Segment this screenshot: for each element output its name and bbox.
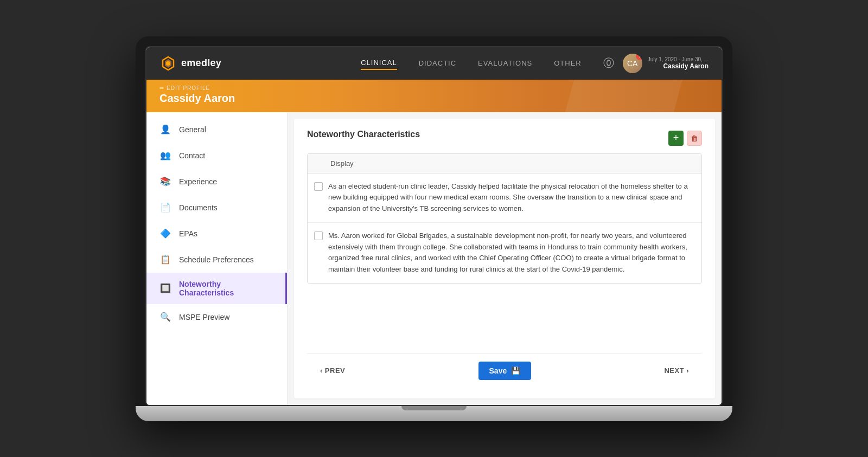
profile-name: Cassidy Aaron (159, 92, 709, 105)
content-area: 👤 General 👥 Contact 📚 Experience 📄 Docum… (146, 112, 722, 405)
laptop-bottom-bezel (136, 406, 732, 421)
sidebar-item-general[interactable]: 👤 General (146, 117, 287, 143)
table-row: Ms. Aaron worked for Global Brigades, a … (308, 223, 701, 283)
nav-clinical[interactable]: CLINICAL (361, 56, 397, 70)
sidebar-item-label-schedule: Schedule Preferences (179, 255, 254, 264)
next-chevron-icon: › (686, 366, 689, 375)
epas-icon: 🔷 (159, 228, 171, 240)
schedule-icon: 📋 (159, 254, 171, 266)
top-navigation: emedley CLINICAL DIDACTIC EVALUATIONS OT… (146, 47, 722, 80)
sidebar: 👤 General 👥 Contact 📚 Experience 📄 Docum… (146, 112, 288, 405)
experience-icon: 📚 (159, 176, 171, 188)
edit-profile-label[interactable]: ✏ EDIT PROFILE (159, 85, 709, 91)
footer-navigation: ‹ PREV Save 💾 NEXT › (307, 353, 702, 388)
sidebar-item-label-contact: Contact (179, 151, 205, 160)
row-checkbox-1[interactable] (314, 182, 323, 191)
mspe-icon: 🔍 (159, 311, 171, 323)
save-icon: 💾 (511, 366, 520, 375)
row-text-1: As an elected student-run clinic leader,… (328, 181, 695, 215)
sidebar-item-mspe[interactable]: 🔍 MSPE Preview (146, 304, 287, 330)
sidebar-item-label-epas: EPAs (179, 229, 197, 238)
user-info: July 1, 2020 - June 30, ... Cassidy Aaro… (648, 56, 709, 70)
logo-text: emedley (181, 57, 221, 69)
help-icon[interactable]: ⓪ (603, 56, 614, 70)
general-icon: 👤 (159, 124, 171, 136)
contact-icon: 👥 (159, 150, 171, 162)
nav-links: CLINICAL DIDACTIC EVALUATIONS OTHER (361, 56, 582, 70)
sidebar-item-schedule-preferences[interactable]: 📋 Schedule Preferences (146, 247, 287, 273)
save-button[interactable]: Save 💾 (478, 362, 532, 380)
sidebar-item-epas[interactable]: 🔷 EPAs (146, 221, 287, 247)
avatar: CA 7 (623, 54, 642, 73)
nav-right: ⓪ CA 7 July 1, 2020 - June 30, ... Cassi… (603, 54, 709, 73)
noteworthy-icon: 🔲 (159, 282, 171, 294)
section-header: Noteworthy Characteristics + 🗑 (307, 130, 702, 147)
sidebar-item-contact[interactable]: 👥 Contact (146, 143, 287, 169)
table-row: As an elected student-run clinic leader,… (308, 173, 701, 223)
prev-button[interactable]: ‹ PREV (320, 366, 345, 375)
table-header-row: Display (308, 154, 701, 173)
main-content-panel: Noteworthy Characteristics + 🗑 Display A… (294, 119, 715, 398)
nav-evaluations[interactable]: EVALUATIONS (478, 57, 532, 69)
emedley-logo-icon (159, 55, 177, 72)
nav-didactic[interactable]: DIDACTIC (419, 57, 456, 69)
section-title: Noteworthy Characteristics (307, 130, 420, 139)
svg-point-2 (166, 61, 170, 66)
logo-area: emedley (159, 55, 221, 72)
sidebar-item-label-experience: Experience (179, 177, 217, 186)
next-button[interactable]: NEXT › (664, 366, 689, 375)
sidebar-item-label-noteworthy: Noteworthy Characteristics (179, 280, 272, 297)
notification-badge: 7 (636, 54, 642, 60)
profile-header: ✏ EDIT PROFILE Cassidy Aaron (146, 80, 722, 112)
delete-button[interactable]: 🗑 (687, 131, 702, 146)
nav-other[interactable]: OTHER (554, 57, 582, 69)
sidebar-item-label-documents: Documents (179, 203, 218, 212)
user-date-range: July 1, 2020 - June 30, ... (648, 56, 709, 62)
row-text-2: Ms. Aaron worked for Global Brigades, a … (328, 230, 695, 275)
documents-icon: 📄 (159, 202, 171, 214)
sidebar-item-label-general: General (179, 125, 206, 134)
sidebar-item-documents[interactable]: 📄 Documents (146, 195, 287, 221)
characteristics-table: Display As an elected student-run clinic… (307, 153, 702, 284)
table-column-display: Display (330, 159, 354, 168)
user-name-display: Cassidy Aaron (648, 62, 709, 70)
row-checkbox-2[interactable] (314, 231, 323, 240)
user-area: CA 7 July 1, 2020 - June 30, ... Cassidy… (623, 54, 709, 73)
sidebar-item-label-mspe: MSPE Preview (179, 313, 229, 321)
sidebar-item-experience[interactable]: 📚 Experience (146, 169, 287, 195)
sidebar-item-noteworthy[interactable]: 🔲 Noteworthy Characteristics (146, 273, 287, 304)
action-buttons: + 🗑 (668, 131, 702, 146)
add-button[interactable]: + (668, 131, 684, 146)
prev-chevron-icon: ‹ (320, 366, 323, 375)
